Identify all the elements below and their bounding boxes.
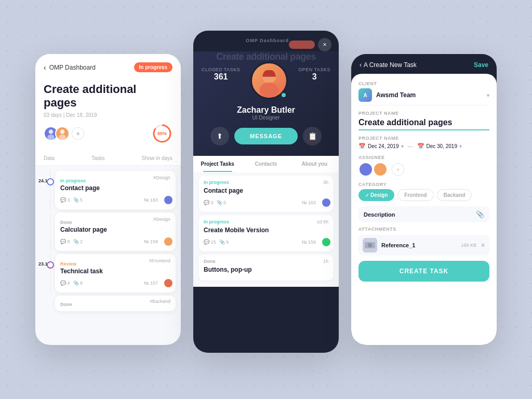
task-list-body: 24.19 In progress #Design Contact page 💬… [35, 166, 181, 316]
tab-project-tasks[interactable]: Project Tasks [193, 156, 242, 172]
task-footer-1: 💬 3 📎 5 № 163 [60, 195, 170, 205]
date-end-value: Dec 30, 2019 [427, 143, 458, 149]
task-status-3: Review [60, 261, 76, 267]
open-tasks-value: 3 [298, 72, 330, 82]
client-dropdown-arrow[interactable]: ▾ [487, 92, 489, 98]
p2-footer-2: 💬 15 📎 9 № 156 [204, 237, 328, 247]
task-tag-2: #Design [153, 217, 170, 222]
phone3-create-task: ‹ A Create New Task Save CLIENT A Awsmd … [351, 54, 497, 345]
task-card-calculator[interactable]: Done #Design Calculator page 💬 8 📎 2 № 1… [55, 212, 176, 251]
p2-status-3: Done [204, 259, 216, 264]
p2-comments-1: 💬 3 [204, 200, 214, 205]
date-end[interactable]: 📅 Dec 30, 2019 ▾ [417, 143, 462, 150]
back-arrow-icon-3: ‹ [360, 61, 362, 69]
category-backand[interactable]: Backand [437, 189, 472, 201]
tab-about[interactable]: About you [290, 156, 339, 172]
task-group-2: Done #Design Calculator page 💬 8 📎 2 № 1… [35, 212, 181, 251]
progress-indicator: 85% [152, 123, 172, 144]
task-avatar-1 [163, 195, 174, 205]
task-files-2: 📎 2 [73, 239, 83, 244]
profile-avatar-section [250, 67, 288, 102]
client-logo: A [358, 88, 372, 102]
task-status-1: In progress [60, 178, 86, 183]
category-section: CATEGORY ✓Design Frontend Backand [358, 182, 489, 201]
category-label: CATEGORY [358, 182, 489, 187]
online-indicator [281, 92, 287, 98]
timeline-dot-1 [47, 178, 54, 185]
task-group-4: Done #Backand [35, 296, 181, 311]
task-number-3: № 157 [144, 281, 158, 286]
p2-task-2[interactable]: In progress 1d 5h Create Mobile Version … [198, 215, 334, 251]
assignee-row: + [358, 162, 489, 177]
date-start-arrow: ▾ [401, 143, 404, 149]
show-days-button[interactable]: Show in days [142, 155, 172, 161]
p2-task-3[interactable]: Done 1h Buttons, pop-up [198, 255, 334, 281]
add-assignee-button[interactable]: + [392, 163, 404, 176]
phone3-form-body: CLIENT A Awsmd Team ▾ PROJECT NAME PROJE… [351, 74, 497, 345]
description-box[interactable]: Description 📎 [358, 206, 489, 222]
task-group-3: 23.19 Review #Frontend Technical task 💬 … [35, 254, 181, 292]
p2-taskname-1: Contact page [204, 187, 328, 194]
timeline-line [50, 171, 51, 209]
svg-point-0 [49, 129, 54, 134]
task-comments-3: 💬 4 [60, 281, 70, 286]
share-button[interactable]: ⬆ [210, 127, 229, 145]
svg-point-9 [267, 75, 268, 76]
add-member-button[interactable]: + [72, 127, 84, 140]
assignee-avatar-1 [358, 162, 373, 177]
task-footer-3: 💬 4 📎 8 № 157 [60, 278, 170, 288]
closed-tasks-label: Closed tasks [202, 67, 240, 72]
phone2-topbar: OMP Dashboard × [193, 31, 339, 51]
task-card-done[interactable]: Done #Backand [55, 296, 176, 311]
status-pill [289, 41, 315, 49]
closed-tasks-value: 361 [202, 72, 240, 82]
create-task-button[interactable]: CREATE TASK [358, 261, 489, 282]
calendar-icon-start: 📅 [358, 143, 366, 150]
tab-contacts[interactable]: Contacts [242, 156, 290, 172]
profile-task-list: In progress 3h Contact page 💬 3 📎 5 № 16… [193, 172, 339, 287]
back-navigation[interactable]: ‹ OMP Dashboard [44, 63, 96, 72]
open-tasks-stat: Open tasks 3 [298, 67, 330, 102]
category-design[interactable]: ✓Design [358, 189, 394, 201]
task-list-header: Data Tasks Show in days [35, 151, 181, 166]
back-button[interactable]: ‹ A Create New Task [360, 61, 417, 69]
project-name-input[interactable] [358, 118, 489, 130]
profile-tabs: Project Tasks Contacts About you [193, 156, 339, 172]
date-label: PROJECT NAME [358, 136, 489, 141]
attachment-remove-button[interactable]: ✕ [481, 242, 485, 249]
task-card-technical[interactable]: Review #Frontend Technical task 💬 4 📎 8 … [55, 254, 176, 292]
date-end-arrow: ▾ [459, 143, 462, 149]
profile-header: Create additional pages Closed tasks 361 [193, 51, 339, 156]
task-footer-2: 💬 8 📎 2 № 158 [60, 236, 170, 247]
back-arrow-icon: ‹ [44, 63, 46, 72]
client-row: A Awsmd Team ▾ [358, 88, 489, 105]
attachments-label: ATTACHMENTS [358, 227, 489, 232]
profile-role: UI Designer [252, 115, 280, 121]
date-start[interactable]: 📅 Dec 24, 2019 ▾ [358, 143, 404, 150]
attachment-thumbnail [363, 238, 377, 252]
message-button[interactable]: MESSAGE [234, 128, 298, 144]
date-row: 📅 Dec 24, 2019 ▾ — 📅 Dec 30, 2019 ▾ [358, 143, 489, 150]
p2-footer-1: 💬 3 📎 5 № 163 [204, 197, 328, 208]
svg-point-10 [271, 75, 272, 76]
closed-tasks-stat: Closed tasks 361 [202, 67, 240, 102]
data-col-label: Data [44, 155, 55, 161]
p2-task-1[interactable]: In progress 3h Contact page 💬 3 📎 5 № 16… [198, 176, 334, 212]
clipboard-button[interactable]: 📋 [303, 127, 322, 145]
svg-point-2 [60, 129, 65, 134]
profile-project-title: Create additional pages [216, 51, 316, 63]
phone2-profile: OMP Dashboard × Create additional pages … [193, 31, 339, 353]
assignee-label: ASSIGNEE [358, 155, 489, 160]
save-button[interactable]: Save [474, 61, 488, 69]
phone1-dashboard: ‹ OMP Dashboard In progress Create addit… [35, 54, 181, 345]
dashboard-label: OMP Dashboard [49, 64, 96, 71]
task-card-contact[interactable]: In progress #Design Contact page 💬 3 📎 5… [55, 171, 176, 209]
close-button[interactable]: × [318, 38, 331, 51]
category-frontend[interactable]: Frontend [397, 189, 433, 201]
status-badge: In progress [134, 62, 172, 72]
task-status-4: Done [60, 302, 72, 307]
p2-time-1: 3h [323, 180, 328, 186]
task-tag-4: #Backand [150, 299, 170, 304]
project-info: Create additional pages 03 days | Dec 18… [35, 78, 181, 151]
attachment-name: Reference_1 [381, 242, 457, 248]
